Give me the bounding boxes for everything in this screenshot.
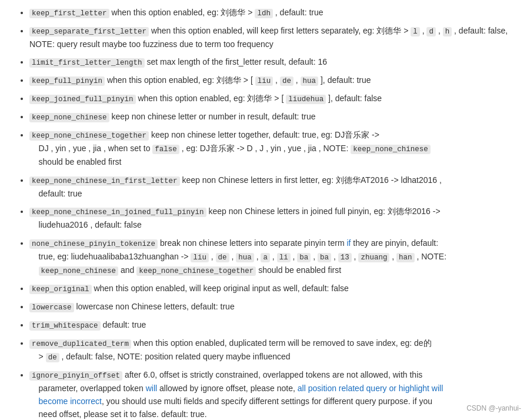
code-lowercase: lowercase: [29, 303, 74, 312]
list-item: keep_first_letter when this option enabl…: [29, 6, 515, 19]
code-inline: keep_none_chinese: [351, 145, 431, 154]
code-inline: ldh: [255, 9, 273, 18]
code-inline: liu: [255, 76, 273, 86]
code-inline: han: [396, 253, 415, 262]
list-item: keep_full_pinyin when this option enable…: [29, 74, 515, 87]
list-item: keep_separate_first_letter when this opt…: [29, 24, 515, 51]
code-inline: d: [426, 27, 436, 36]
list-item: limit_first_letter_length set max length…: [29, 55, 515, 69]
code-inline: false: [152, 145, 179, 154]
list-item: ignore_pinyin_offset after 6.0, offset i…: [29, 368, 515, 420]
list-item: none_chinese_pinyin_tokenize break non c…: [29, 236, 515, 277]
code-inline: l: [411, 27, 420, 36]
list-item: keep_none_chinese_together keep non chin…: [29, 128, 515, 168]
code-keep-separate-first-letter: keep_separate_first_letter: [29, 27, 149, 36]
text: when this option enabled, eg: 刘德华 > [ li…: [138, 94, 382, 103]
code-keep-none-chinese-in-joined-full-pinyin: keep_none_chinese_in_joined_full_pinyin: [29, 208, 206, 217]
code-inline: liudehua: [286, 95, 326, 104]
text: when this option enabled, will keep orig…: [94, 284, 349, 293]
code-inline: de: [280, 76, 293, 86]
list-item: keep_original when this option enabled, …: [29, 282, 515, 295]
code-inline: liu: [191, 253, 209, 262]
code-keep-joined-full-pinyin: keep_joined_full_pinyin: [29, 95, 136, 104]
list-item: lowercase lowercase non Chinese letters,…: [29, 300, 515, 314]
code-inline: a: [261, 253, 270, 262]
text: keep non chinese letter or number in res…: [111, 112, 315, 121]
list-item: remove_duplicated_term when this option …: [29, 336, 515, 364]
code-inline: de: [216, 253, 229, 262]
code-limit-first-letter-length: limit_first_letter_length: [29, 58, 145, 68]
code-inline: keep_none_chinese_together: [136, 266, 256, 276]
code-keep-first-letter: keep_first_letter: [29, 9, 109, 18]
code-inline: 13: [338, 253, 352, 262]
code-inline: h: [443, 27, 452, 36]
code-trim-whitespace: trim_whitespace: [29, 321, 101, 331]
text: when this option enabled, eg: 刘德华 > [ li…: [107, 75, 371, 85]
code-inline: keep_none_chinese: [39, 266, 119, 276]
list-item: keep_none_chinese_in_joined_full_pinyin …: [29, 205, 515, 231]
code-inline: hua: [236, 253, 254, 262]
code-inline: li: [277, 253, 291, 262]
code-keep-full-pinyin: keep_full_pinyin: [29, 76, 105, 86]
list-item: trim_whitespace default: true: [29, 318, 515, 332]
code-ignore-pinyin-offset: ignore_pinyin_offset: [29, 371, 122, 381]
code-inline: de: [46, 353, 59, 362]
list-item: keep_joined_full_pinyin when this option…: [29, 92, 515, 105]
code-keep-original: keep_original: [29, 285, 92, 294]
code-remove-duplicated-term: remove_duplicated_term: [29, 339, 131, 349]
code-inline: hua: [301, 76, 319, 86]
code-keep-none-chinese-in-first-letter: keep_none_chinese_in_first_letter: [29, 176, 180, 186]
code-inline: ba: [297, 253, 311, 262]
list-item: keep_none_chinese_in_first_letter keep n…: [29, 174, 515, 200]
watermark: CSDN @-yanhui-: [466, 403, 521, 414]
code-none-chinese-pinyin-tokenize: none_chinese_pinyin_tokenize: [29, 239, 158, 249]
options-list: keep_first_letter when this option enabl…: [12, 6, 515, 420]
text: set max length of the first_letter resul…: [146, 57, 327, 66]
text: lowercase non Chinese letters, default: …: [76, 302, 234, 311]
text: when this option enabled, eg: 刘德华 > ldh …: [111, 8, 323, 17]
text: default: true: [102, 320, 146, 329]
list-item: keep_none_chinese keep non chinese lette…: [29, 110, 515, 124]
code-keep-none-chinese: keep_none_chinese: [29, 113, 109, 122]
code-keep-none-chinese-together: keep_none_chinese_together: [29, 131, 149, 141]
code-inline: ba: [318, 253, 331, 262]
code-inline: zhuang: [358, 253, 389, 262]
